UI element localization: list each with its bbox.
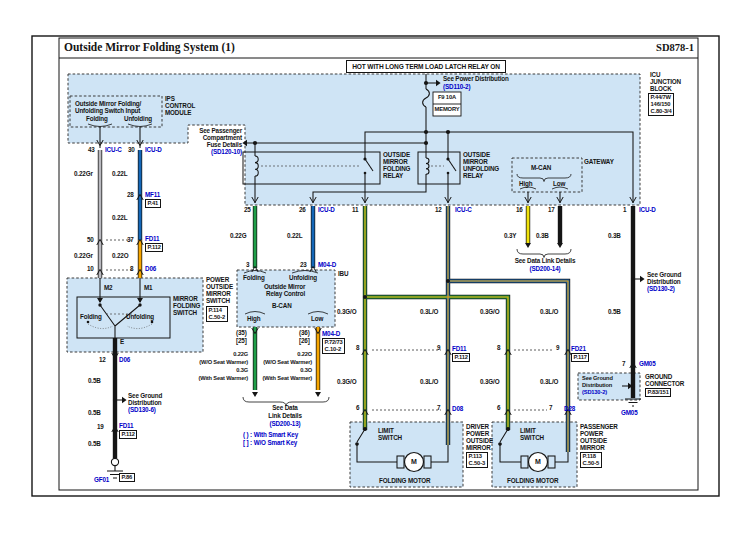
conn-fd21: FD21 (571, 345, 586, 352)
pin-11: 11 (352, 206, 358, 213)
pas-name-3: OUTSIDE (580, 437, 607, 444)
pin-9-d: 9 (437, 344, 440, 351)
sw-outer-1: POWER (206, 276, 229, 283)
ips-name-2: CONTROL (165, 102, 195, 109)
conn-m04-bottom: M04-D (322, 330, 340, 337)
fuse-use: MEMORY (433, 106, 461, 112)
pin-8-d: 8 (356, 344, 359, 351)
wire-03lo-4: 0.3L/O (540, 378, 558, 385)
sw-name-1: MIRROR (173, 295, 198, 302)
wire-03y: 0.3Y (504, 232, 516, 239)
pin-25b: [25] (236, 337, 247, 344)
unfold-relay-3: UNFOLDING (463, 165, 499, 172)
gnd2-note-2: Distribution (647, 278, 681, 285)
sw-name-2: FOLDING (173, 302, 200, 309)
conn-fd11-19: FD11 (119, 422, 133, 429)
pas-name-4: MIRROR (580, 444, 605, 451)
drv-name-1: DRIVER (466, 423, 489, 430)
pas-motor-m: M (535, 458, 541, 466)
pin-26b: [26] (299, 337, 310, 344)
ref-p113-box: P.113 C.50-3 (466, 452, 488, 468)
ref-p112-motor-text: P.112 (455, 354, 468, 361)
ref-c505: C.50-5 (583, 460, 600, 467)
ref-c503: C.50-3 (469, 460, 486, 467)
pas-limit-1: LIMIT (520, 427, 536, 434)
pin-8-p: 8 (497, 344, 500, 351)
gnd-conn-1: GROUND (645, 373, 672, 380)
gnd2-note-1: See Ground (647, 271, 681, 278)
pass-fuse-note-2: Compartment (190, 134, 242, 141)
wire-03lo-1: 0.3L/O (420, 308, 438, 315)
dl13-note-2: Link Details (245, 412, 325, 419)
page-title: Outside Mirror Folding System (1) (64, 41, 235, 54)
icu-ref-box: P.44/7W 146/150 C.80-3/4 (648, 93, 674, 116)
ips-unfolding: Unfolding (124, 115, 152, 122)
conn-icu-d-26: ICU-D (318, 206, 335, 213)
ref-p83-box: P.83/151 (645, 388, 671, 397)
drv-limit-1: LIMIT (378, 427, 394, 434)
wire-03lo-3: 0.3L/O (420, 378, 438, 385)
pin-7-d: 7 (437, 404, 440, 411)
bcan-o-1: 0.22O (248, 351, 312, 357)
wire-05b-3: 0.5B (88, 440, 101, 447)
wire-03b-2: 0.3B (608, 232, 621, 239)
pas-limit-2: SWITCH (520, 434, 544, 441)
pin-26: 26 (299, 206, 306, 213)
wire-03go-1: 0.3G/O (337, 308, 356, 315)
bcan-o-3: 0.3O (248, 367, 312, 373)
mcan-high: High (519, 180, 532, 187)
ref-p112-left-text: P.112 (148, 244, 161, 251)
conn-icu-d-left: ICU-D (145, 146, 162, 153)
conn-m04-top: M04-D (318, 261, 336, 268)
conn-d28: D28 (564, 405, 575, 412)
conn-icu-c-12: ICU-C (455, 206, 472, 213)
bcan-o-2: (W/O Seat Warmer) (248, 359, 312, 365)
wiring-art (0, 0, 749, 535)
dl13-note-ref: (SD200-13) (245, 420, 325, 427)
pin-3: 3 (246, 261, 249, 268)
icu-label-3: BLOCK (650, 85, 672, 92)
unfold-relay-1: OUTSIDE (463, 151, 490, 158)
wire-05b-1: 0.5B (88, 377, 101, 384)
conn-gm05: GM05 (639, 360, 656, 367)
pin-28: 28 (127, 191, 134, 198)
icu-label-2: JUNCTION (650, 78, 681, 85)
pin-6-p: 6 (497, 404, 500, 411)
pin-43: 43 (88, 146, 95, 153)
gnd6-note-2: Distribution (128, 399, 162, 406)
wire-022o: 0.22O (112, 252, 128, 259)
ibu-folding: Folding (243, 274, 265, 281)
pin-7-p: 7 (549, 404, 552, 411)
fold-relay-3: FOLDING (383, 165, 410, 172)
drv-name-3: OUTSIDE (466, 437, 493, 444)
ref-p112-19-text: P.112 (122, 431, 135, 438)
gndbox-ref: (SD130-2) (582, 389, 607, 395)
ref-p118-box: P.118 C.50-5 (580, 452, 602, 468)
pin-9-p: 9 (556, 344, 559, 351)
wire-stripes (365, 206, 568, 452)
smartkey-legend-2: [ ] : W/O Smart Key (243, 439, 297, 446)
ref-p114: P.114 (209, 307, 226, 314)
pin-16: 16 (516, 206, 523, 213)
gnd6-note-ref: (SD130-6) (128, 406, 156, 413)
wire-022g: 0.22G (230, 232, 246, 239)
conn-fd11-motor: FD11 (452, 345, 466, 352)
gnd-gf01: GF01 (94, 476, 109, 483)
ibu-bcan: B-CAN (272, 302, 292, 309)
ref-c102: C.10-2 (325, 346, 343, 353)
term-m1: M1 (144, 284, 152, 291)
pin-12r: 12 (435, 206, 442, 213)
ips-name-3: MODULE (165, 109, 191, 116)
icu-ref-2: 146/150 (651, 101, 672, 108)
pas-name-1: PASSENGER (580, 423, 618, 430)
ref-c502: C.50-2 (209, 314, 226, 321)
ref-p7273: P.72/73 (325, 339, 343, 346)
pin-10: 10 (87, 265, 94, 272)
sw-outer-4: SWITCH (206, 297, 230, 304)
ips-input-1: Outside Mirror Folding/ (75, 100, 141, 107)
wire-03go-3: 0.3G/O (337, 378, 356, 385)
gndbox-2: Distribution (582, 382, 612, 388)
term-e: E (120, 338, 124, 345)
gnd-gm05-label: GM05 (621, 409, 638, 416)
ibu-low: Low (311, 315, 323, 322)
